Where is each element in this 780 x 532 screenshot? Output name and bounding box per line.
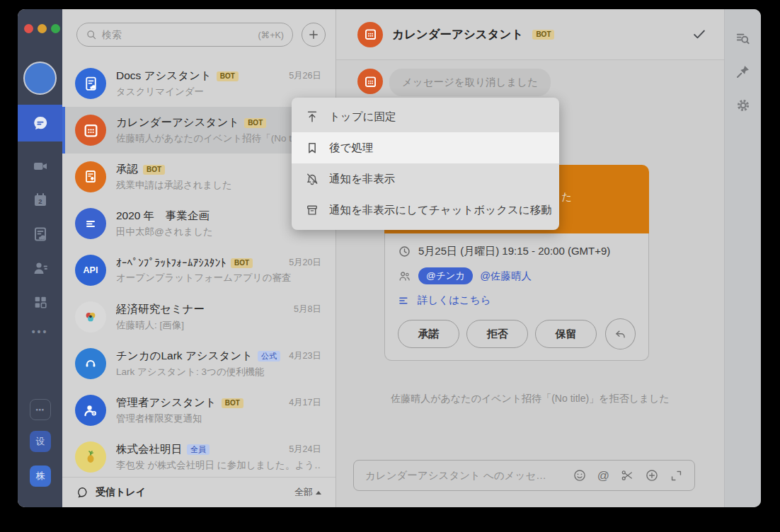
sidebar-item-video[interactable] [18, 148, 62, 185]
lark-assistant-avatar [75, 348, 106, 379]
chat-preview: 管理者権限変更通知 [116, 412, 321, 425]
chat-name: 株式会社明日 [116, 442, 182, 457]
chat-name: 承認 [116, 162, 138, 177]
chat-preview: 佐藤晴人があなたのイベント招待「(No titl [116, 132, 321, 145]
pin-top-icon [305, 110, 319, 124]
attendee-mention-link[interactable]: @佐藤晴人 [480, 270, 532, 283]
chat-date: 4月23日 [289, 350, 321, 362]
event-card-header-text: た [561, 190, 572, 204]
search-shortcut: (⌘+K) [258, 30, 284, 40]
calendar-icon: 2 [32, 192, 49, 209]
chat-list-item[interactable]: 経済研究セミナー 5月8日 佐藤晴人: [画像] [62, 294, 335, 340]
menu-item-label: 通知を非表示 [329, 172, 395, 187]
new-chat-button[interactable] [302, 23, 326, 47]
filter-label: 全部 [294, 486, 313, 499]
tentative-button[interactable]: 保留 [535, 320, 597, 348]
attendee-mention-pill[interactable]: @チンカ [418, 267, 473, 284]
docs-icon [32, 226, 49, 243]
sidebar-item-calendar[interactable]: 2 [18, 182, 62, 219]
recalled-message: メッセージを取り消しました [357, 69, 551, 96]
workspace-more-button[interactable]: ⋯ [30, 399, 51, 420]
accept-button[interactable]: 承諾 [398, 320, 459, 348]
chat-list-header: (⌘+K) [62, 9, 335, 60]
contacts-icon [32, 260, 49, 277]
emoji-icon[interactable] [573, 468, 587, 482]
plus-icon [308, 29, 319, 40]
apps-grid-icon [33, 294, 48, 310]
conversation-header: カレンダーアシスタント BOT [336, 9, 724, 60]
menu-item-label: 後で処理 [329, 141, 373, 156]
chat-name: 2020 年 事業企画 [116, 209, 210, 224]
seminar-avatar [75, 301, 106, 332]
search-input[interactable] [102, 29, 253, 40]
filter-dropdown[interactable]: 全部 [294, 486, 321, 499]
workspace-item-2[interactable]: 株 [30, 466, 51, 487]
message-composer[interactable]: @ [353, 460, 695, 491]
attach-plus-icon[interactable] [645, 468, 659, 482]
zoom-window-button[interactable] [51, 24, 60, 33]
search-messages-icon[interactable] [735, 30, 751, 47]
recalled-message-bubble: メッセージを取り消しました [389, 69, 551, 96]
decline-button[interactable]: 拒否 [466, 320, 528, 348]
user-avatar[interactable] [23, 62, 57, 95]
search-bar[interactable]: (⌘+K) [76, 23, 293, 47]
video-camera-icon [32, 158, 49, 175]
menu-item-label: トップに固定 [329, 110, 396, 125]
menu-item-pin-to-top[interactable]: トップに固定 [292, 101, 559, 132]
chat-name: Docs アシスタント [116, 69, 212, 83]
archive-icon [305, 203, 319, 217]
chat-name: チンカのLark アシスタント [116, 349, 253, 364]
sidebar-item-messages[interactable] [18, 105, 62, 141]
triangle-up-icon [316, 491, 321, 495]
screenshot-scissors-icon[interactable] [620, 468, 634, 482]
chat-list-item[interactable]: API ｵｰﾍﾟﾝﾌﾟﾗｯﾄﾌｫｰﾑｱｼｽﾀﾝﾄ BOT 5月20日 オープンプ… [62, 247, 335, 294]
window-controls [18, 9, 62, 33]
system-message: 佐藤晴人があなたのイベント招待「(No title)」を拒否しました [353, 391, 707, 405]
menu-item-mute[interactable]: 通知を非表示 [292, 163, 559, 195]
message-input[interactable] [365, 470, 561, 481]
calendar-assistant-avatar [75, 115, 106, 146]
chat-date: 5月24日 [289, 444, 321, 456]
context-menu: トップに固定 後で処理 通知を非表示 通知を非表示にしてチャットボックスに移動 [292, 98, 559, 230]
conversation-panel: カレンダーアシスタント BOT メッセージを取り消しました た [336, 9, 724, 507]
app-window: 2 ••• [18, 9, 761, 507]
ellipsis-icon: ⋯ [35, 405, 45, 415]
chat-date: 5月20日 [289, 257, 321, 269]
bot-badge: BOT [231, 258, 253, 268]
event-card-body: 5月25日 (月曜日) 19:15 - 20:00 (GMT+9) @チンカ @… [384, 233, 649, 361]
chat-date: 5月8日 [294, 303, 321, 316]
mention-icon[interactable]: @ [597, 470, 609, 482]
chat-preview: タスクリマインダー [116, 86, 321, 98]
chat-preview: オープンプラットフォームアプリの審査 [116, 272, 321, 284]
expand-icon[interactable] [670, 469, 683, 482]
calendar-assistant-avatar [357, 22, 383, 47]
nav-rail: 2 ••• [18, 9, 62, 507]
minimize-window-button[interactable] [38, 24, 47, 33]
pin-icon[interactable] [735, 64, 751, 80]
ellipsis-icon: ••• [32, 326, 49, 337]
workspace-item-1[interactable]: 设 [30, 431, 51, 452]
details-link[interactable]: 詳しくはこちら [418, 294, 491, 307]
chat-preview: 李包发 が株式会社明日 に参加しました。よう… [116, 459, 321, 472]
settings-gear-icon[interactable] [735, 97, 752, 114]
workspace-label: 株 [36, 470, 45, 482]
admin-assistant-avatar [75, 395, 106, 426]
chat-name: カレンダーアシスタント [116, 115, 239, 130]
sidebar-item-contacts[interactable] [18, 250, 62, 287]
chat-list-item[interactable]: 株式会社明日 全員 5月24日 李包发 が株式会社明日 に参加しました。よう… [62, 434, 335, 480]
chat-list-item[interactable]: 管理者アシスタント BOT 4月17日 管理者権限変更通知 [62, 387, 335, 434]
chat-list-item[interactable]: チンカのLark アシスタント 公式 4月23日 Lark アシスタント: 3つ… [62, 340, 335, 387]
reply-button[interactable] [605, 318, 636, 349]
reply-arrow-icon [614, 328, 627, 341]
sidebar-item-docs[interactable] [18, 216, 62, 253]
menu-item-mute-and-move[interactable]: 通知を非表示にしてチャットボックスに移動 [292, 195, 559, 226]
attendees-icon [398, 270, 411, 283]
group-avatar [75, 208, 106, 239]
chat-date: 5月26日 [289, 70, 321, 82]
sidebar-item-more[interactable]: ••• [18, 313, 62, 350]
check-icon [692, 27, 707, 42]
menu-item-process-later[interactable]: 後で処理 [292, 132, 559, 163]
chat-name: ｵｰﾍﾟﾝﾌﾟﾗｯﾄﾌｫｰﾑｱｼｽﾀﾝﾄ [116, 257, 226, 270]
chat-date: 4月17日 [289, 397, 321, 409]
close-window-button[interactable] [24, 24, 33, 33]
